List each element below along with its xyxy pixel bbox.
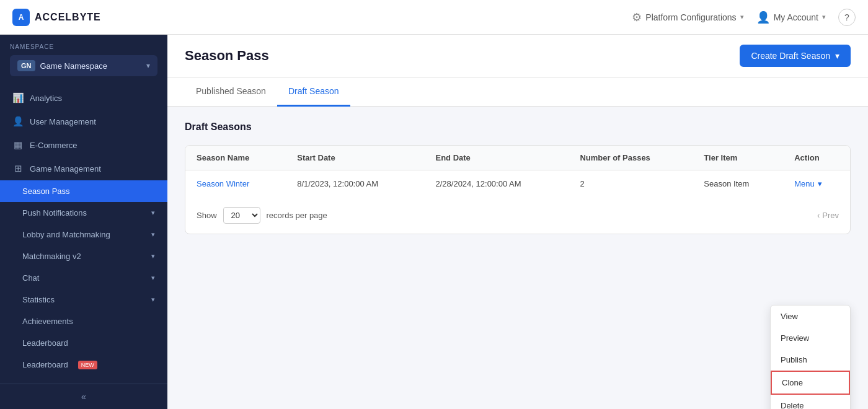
records-label: records per page	[267, 211, 327, 220]
main-layout: NAMESPACE GN Game Namespace ▾ 📊 Analytic…	[0, 35, 868, 409]
namespace-label: NAMESPACE	[10, 43, 157, 50]
page-header: Season Pass Create Draft Season ▾	[167, 35, 868, 77]
sidebar-item-leaderboard-new[interactable]: Leaderboard NEW	[0, 354, 167, 376]
sidebar-item-label: Leaderboard	[22, 338, 68, 348]
user-management-icon: 👤	[12, 116, 24, 127]
help-button[interactable]: ?	[838, 9, 856, 26]
chevron-down-icon: ▾	[740, 13, 744, 21]
sidebar-item-label: Game Management	[30, 164, 101, 174]
action-dropdown-menu: View Preview Publish Clone Delete	[770, 305, 851, 409]
sidebar-item-label: Matchmaking v2	[22, 252, 81, 261]
col-tier-item: Tier Item	[693, 146, 783, 170]
dropdown-item-clone[interactable]: Clone	[771, 371, 850, 395]
game-management-icon: ⊞	[12, 163, 24, 174]
collapse-icon: «	[81, 392, 86, 402]
create-draft-season-button[interactable]: Create Draft Season ▾	[740, 45, 851, 67]
sidebar-item-matchmaking-v2[interactable]: Matchmaking v2 ▾	[0, 245, 167, 267]
draft-seasons-table: Season Name Start Date End Date Number o…	[185, 146, 850, 197]
create-btn-label: Create Draft Season	[751, 51, 830, 61]
main-content: Draft Seasons Season Name Start Date End…	[167, 107, 868, 409]
sidebar-item-analytics[interactable]: 📊 Analytics	[0, 86, 167, 110]
chevron-down-icon: ▾	[822, 13, 826, 21]
namespace-selector[interactable]: GN Game Namespace ▾	[10, 55, 157, 76]
my-account-label: My Account	[774, 12, 818, 22]
chevron-down-icon: ▾	[818, 179, 822, 188]
top-navigation: A ACCELBYTE ⚙ Platform Configurations ▾ …	[0, 0, 868, 35]
cell-season-name: Season Winter	[185, 170, 286, 198]
sidebar-item-leaderboard[interactable]: Leaderboard	[0, 332, 167, 354]
sidebar-item-label: Analytics	[30, 94, 62, 103]
season-winter-link[interactable]: Season Winter	[197, 179, 249, 188]
menu-button[interactable]: Menu ▾	[794, 179, 822, 188]
pagination-row: Show 20 50 100 records per page ‹ Prev	[185, 197, 850, 234]
chevron-down-icon: ▾	[151, 252, 155, 260]
page-title: Season Pass	[185, 48, 269, 64]
sidebar-item-label: Leaderboard	[22, 360, 68, 369]
user-icon: 👤	[756, 11, 770, 24]
logo-abbr: A	[19, 13, 24, 22]
sidebar-item-label: Statistics	[22, 295, 55, 304]
chevron-down-icon: ▾	[835, 51, 839, 61]
sidebar-item-label: Season Pass	[22, 187, 70, 196]
topnav-actions: ⚙ Platform Configurations ▾ 👤 My Account…	[632, 9, 856, 26]
analytics-icon: 📊	[12, 92, 24, 103]
sidebar-item-lobby-matchmaking[interactable]: Lobby and Matchmaking ▾	[0, 224, 167, 245]
sidebar-item-label: E-Commerce	[30, 141, 78, 150]
new-badge: NEW	[78, 361, 97, 369]
gear-icon: ⚙	[632, 11, 642, 24]
namespace-chevron-icon: ▾	[146, 61, 150, 70]
namespace-section: NAMESPACE GN Game Namespace ▾	[0, 35, 167, 81]
tabs-bar: Published Season Draft Season	[167, 77, 868, 107]
logo-icon: A	[12, 9, 30, 26]
sidebar-item-user-management[interactable]: 👤 User Management	[0, 110, 167, 133]
dropdown-item-delete[interactable]: Delete	[771, 395, 850, 409]
chevron-down-icon: ▾	[151, 231, 155, 239]
sidebar-item-season-pass[interactable]: Season Pass	[0, 180, 167, 202]
ecommerce-icon: ▦	[12, 139, 24, 151]
logo-area: A ACCELBYTE	[12, 9, 101, 26]
sidebar-item-achievements[interactable]: Achievements	[0, 310, 167, 332]
sidebar-item-label: Achievements	[22, 317, 73, 326]
sidebar-nav: 📊 Analytics 👤 User Management ▦ E-Commer…	[0, 81, 167, 384]
sidebar-item-label: Push Notifications	[22, 208, 87, 218]
sidebar-item-label: User Management	[30, 117, 96, 126]
col-number-of-passes: Number of Passes	[569, 146, 693, 170]
col-season-name: Season Name	[185, 146, 286, 170]
my-account-button[interactable]: 👤 My Account ▾	[756, 11, 826, 24]
sidebar: NAMESPACE GN Game Namespace ▾ 📊 Analytic…	[0, 35, 167, 409]
dropdown-item-preview[interactable]: Preview	[771, 327, 850, 349]
sidebar-collapse-button[interactable]: «	[0, 384, 167, 409]
namespace-name: Game Namespace	[40, 61, 107, 71]
per-page-select[interactable]: 20 50 100	[223, 207, 260, 224]
sidebar-item-push-notifications[interactable]: Push Notifications ▾	[0, 202, 167, 224]
show-label: Show	[197, 211, 217, 220]
sidebar-item-label: Chat	[22, 273, 39, 283]
logo-text: ACCELBYTE	[35, 12, 101, 23]
platform-config-label: Platform Configurations	[645, 12, 736, 22]
dropdown-item-view[interactable]: View	[771, 306, 850, 327]
cell-tier-item: Season Item	[693, 170, 783, 198]
sidebar-item-label: Lobby and Matchmaking	[22, 230, 110, 239]
sidebar-item-game-management[interactable]: ⊞ Game Management	[0, 157, 167, 180]
cell-end-date: 2/28/2024, 12:00:00 AM	[425, 170, 569, 198]
sidebar-item-ecommerce[interactable]: ▦ E-Commerce	[0, 133, 167, 157]
chevron-down-icon: ▾	[151, 296, 155, 304]
cell-number-of-passes: 2	[569, 170, 693, 198]
content-area: Season Pass Create Draft Season ▾ Publis…	[167, 35, 868, 409]
dropdown-item-publish[interactable]: Publish	[771, 349, 850, 371]
sidebar-item-chat[interactable]: Chat ▾	[0, 267, 167, 289]
menu-label: Menu	[794, 179, 815, 188]
tab-published-season[interactable]: Published Season	[185, 77, 277, 107]
prev-button[interactable]: ‹ Prev	[817, 211, 839, 220]
tab-draft-season[interactable]: Draft Season	[277, 77, 350, 107]
sidebar-item-statistics[interactable]: Statistics ▾	[0, 289, 167, 310]
chevron-left-icon: ‹	[817, 211, 820, 220]
col-end-date: End Date	[425, 146, 569, 170]
cell-start-date: 8/1/2023, 12:00:00 AM	[286, 170, 424, 198]
table-row: Season Winter 8/1/2023, 12:00:00 AM 2/28…	[185, 170, 850, 198]
platform-config-button[interactable]: ⚙ Platform Configurations ▾	[632, 11, 743, 24]
col-action: Action	[783, 146, 850, 170]
prev-label: Prev	[822, 211, 839, 220]
section-title: Draft Seasons	[185, 121, 851, 133]
namespace-badge: GN	[17, 60, 35, 71]
